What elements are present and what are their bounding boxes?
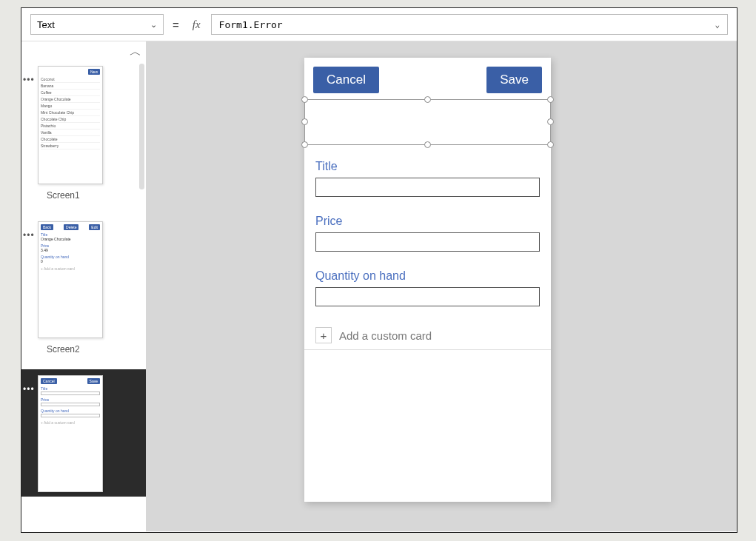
mini-add-card: + Add a custom card	[41, 266, 100, 271]
resize-handle[interactable]	[301, 96, 308, 103]
chevron-down-icon: ⌄	[715, 20, 720, 30]
add-custom-card[interactable]: + Add a custom card	[315, 327, 540, 343]
list-item: Vanilla	[41, 130, 100, 136]
property-selector[interactable]: Text ⌄	[30, 14, 164, 35]
list-item: Orange Chocolate	[41, 96, 100, 103]
selection-box[interactable]	[304, 99, 551, 145]
mini-input	[41, 392, 100, 395]
phone-preview: Cancel Save Title Price	[304, 58, 551, 502]
scroll-up-icon[interactable]: ︿	[21, 41, 146, 60]
resize-handle[interactable]	[547, 141, 554, 148]
qty-input[interactable]	[315, 287, 540, 306]
cancel-button[interactable]: Cancel	[313, 67, 379, 93]
more-icon[interactable]: •••	[23, 384, 35, 394]
property-selector-label: Text	[37, 19, 55, 30]
formula-bar: Text ⌄ = fx Form1.Error ⌄	[21, 8, 737, 41]
list-item: Chocolate Chip	[41, 116, 100, 123]
mini-add-card: + Add a custom card	[41, 420, 100, 425]
thumbnail-screen1-preview: New Coconut Banana Coffee Orange Chocola…	[38, 66, 103, 184]
thumbnail-screen3-preview: Cancel Save Title Price Quantity on hand…	[38, 375, 103, 492]
resize-handle[interactable]	[547, 96, 554, 103]
delete-button-mini: Delete	[64, 224, 78, 230]
save-button[interactable]: Save	[486, 67, 542, 93]
mini-value: 3.49	[41, 248, 100, 252]
resize-handle[interactable]	[301, 118, 308, 125]
mini-input	[41, 414, 100, 417]
cancel-button-mini: Cancel	[41, 378, 57, 384]
form-body: Title Price Quantity on hand + Add a cus…	[304, 145, 551, 354]
thumbnail-label: Screen2	[47, 344, 136, 354]
price-input[interactable]	[315, 232, 540, 252]
more-icon[interactable]: •••	[23, 75, 35, 85]
list-item: Banana	[41, 83, 100, 90]
thumbnail-label: Screen1	[47, 190, 136, 201]
equals-sign: =	[170, 19, 182, 31]
list-item: Mango	[41, 103, 100, 110]
thumbnail-screen3-selected[interactable]: ••• Cancel Save Title Price Quantity on …	[21, 369, 146, 497]
resize-handle[interactable]	[547, 118, 554, 125]
mini-label: Quantity on hand	[41, 409, 100, 413]
back-button-mini: Back	[41, 224, 53, 230]
list-item: Strawberry	[41, 143, 100, 149]
resize-handle[interactable]	[301, 141, 308, 148]
field-label-qty: Quantity on hand	[315, 269, 540, 283]
form-header: Cancel Save	[304, 58, 551, 101]
list-item: Mint Chocolate Chip	[41, 110, 100, 116]
mini-label: Price	[41, 397, 100, 402]
new-button-mini: New	[88, 69, 100, 75]
title-input[interactable]	[315, 178, 540, 197]
screen-thumbnails-panel: ︿ ••• New Coconut Banana Coffee Orange C…	[21, 41, 146, 531]
add-custom-card-label: Add a custom card	[339, 329, 432, 342]
phone-footer-blank	[304, 349, 551, 502]
mini-input	[41, 403, 100, 406]
chevron-down-icon: ⌄	[150, 20, 157, 30]
edit-button-mini: Edit	[89, 224, 100, 230]
list-item: Pistachio	[41, 123, 100, 130]
fx-icon: fx	[188, 19, 205, 31]
list-item: Chocolate	[41, 136, 100, 143]
formula-input[interactable]: Form1.Error ⌄	[211, 14, 728, 35]
thumbnail-screen2[interactable]: ••• Back Delete Edit Title Orange Chocol…	[21, 215, 146, 369]
list-item: Coconut	[41, 76, 100, 83]
formula-text: Form1.Error	[219, 19, 283, 30]
field-label-title: Title	[315, 160, 540, 173]
mini-label: Title	[41, 386, 100, 391]
resize-handle[interactable]	[424, 141, 431, 148]
plus-icon: +	[315, 327, 332, 343]
field-label-price: Price	[315, 215, 540, 228]
thumbnail-screen1[interactable]: ••• New Coconut Banana Coffee Orange Cho…	[21, 60, 146, 215]
mini-value: Orange Chocolate	[41, 237, 100, 241]
more-icon[interactable]: •••	[23, 230, 35, 241]
main-area: ︿ ••• New Coconut Banana Coffee Orange C…	[21, 41, 737, 531]
list-item: Coffee	[41, 90, 100, 96]
save-button-mini: Save	[87, 378, 100, 384]
design-canvas[interactable]: Cancel Save Title Price	[146, 41, 737, 531]
app-frame: Text ⌄ = fx Form1.Error ⌄ ︿ ••• New Coco…	[21, 7, 737, 533]
mini-value: 0	[41, 259, 100, 263]
thumbnail-screen2-preview: Back Delete Edit Title Orange Chocolate …	[38, 221, 103, 338]
resize-handle[interactable]	[424, 96, 431, 103]
